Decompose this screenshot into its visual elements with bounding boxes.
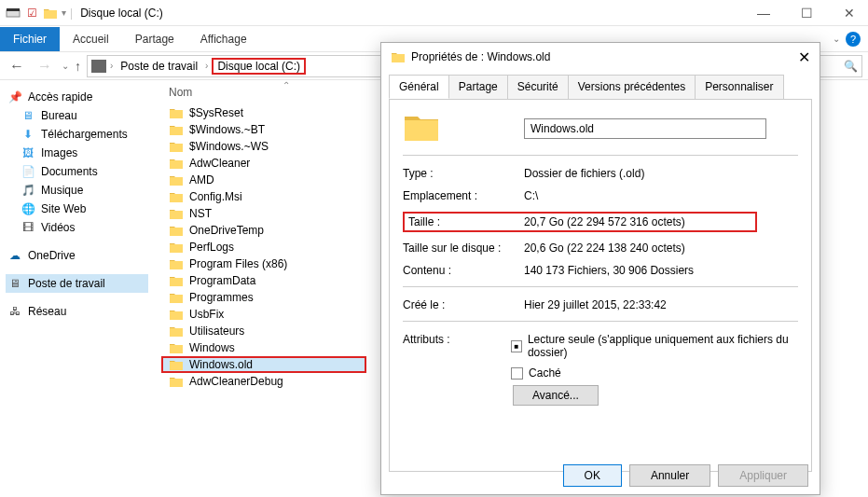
value-size: 20,7 Go (22 294 572 316 octets) xyxy=(524,215,685,228)
folder-name: Windows.old xyxy=(189,358,253,371)
sidebar-videos[interactable]: 🎞Vidéos xyxy=(6,218,148,237)
folder-icon xyxy=(169,375,184,388)
value-created: Hier 29 juillet 2015, 22:33:42 xyxy=(524,298,667,311)
properties-icon[interactable]: ☑ xyxy=(24,6,39,21)
folder-icon xyxy=(169,106,184,119)
folder-name: AdwCleanerDebug xyxy=(189,375,283,388)
folder-icon xyxy=(169,291,184,304)
breadcrumb-thispc[interactable]: Poste de travail xyxy=(117,58,201,75)
folder-icon xyxy=(43,6,58,21)
sidebar-quickaccess[interactable]: 📌Accès rapide xyxy=(6,88,148,106)
desktop-icon: 🖥 xyxy=(21,109,35,122)
sidebar-desktop[interactable]: 🖥Bureau xyxy=(6,106,148,125)
folder-name: Program Files (x86) xyxy=(189,257,287,270)
folder-icon xyxy=(169,190,184,203)
value-location: C:\ xyxy=(524,189,538,202)
sidebar-pictures[interactable]: 🖼Images xyxy=(6,144,148,162)
window-controls: — ☐ ✕ xyxy=(751,6,862,21)
value-size-on-disk: 20,6 Go (22 224 138 240 octets) xyxy=(524,242,685,255)
forward-button[interactable]: → xyxy=(34,58,56,75)
folder-icon xyxy=(169,341,184,354)
sidebar-onedrive[interactable]: ☁OneDrive xyxy=(6,246,148,265)
folder-icon xyxy=(169,257,184,270)
dialog-tabs: Général Partage Sécurité Versions précéd… xyxy=(381,71,820,99)
help-icon[interactable]: ? xyxy=(846,32,861,47)
checkbox-icon xyxy=(511,340,522,352)
dialog-buttons: OK Annuler Appliquer xyxy=(563,464,808,487)
sidebar-music[interactable]: 🎵Musique xyxy=(6,181,148,200)
videos-icon: 🎞 xyxy=(21,221,35,234)
globe-icon: 🌐 xyxy=(21,202,35,215)
tab-customize[interactable]: Personnaliser xyxy=(695,75,783,99)
navigation-pane: 📌Accès rapide 🖥Bureau ⬇Téléchargements 🖼… xyxy=(0,80,154,497)
history-dropdown[interactable]: ⌄ xyxy=(62,61,69,71)
up-button[interactable]: ↑ xyxy=(75,59,81,74)
advanced-button[interactable]: Avancé... xyxy=(513,385,599,406)
window-title: Disque local (C:) xyxy=(80,7,163,20)
onedrive-icon: ☁ xyxy=(7,249,22,262)
folder-icon xyxy=(169,123,184,136)
folder-name: Config.Msi xyxy=(189,190,242,203)
tab-view[interactable]: Affichage xyxy=(187,27,260,51)
folder-name: $Windows.~WS xyxy=(189,140,269,153)
dialog-close-button[interactable]: ✕ xyxy=(798,48,810,66)
folder-icon xyxy=(169,140,184,153)
svg-rect-0 xyxy=(7,10,20,17)
properties-dialog: Propriétés de : Windows.old ✕ Général Pa… xyxy=(380,42,820,495)
chevron-right-icon[interactable]: › xyxy=(205,61,208,71)
folder-name-input[interactable] xyxy=(524,118,766,139)
pictures-icon: 🖼 xyxy=(21,146,35,159)
ribbon-expand-icon[interactable]: ⌄ xyxy=(833,34,840,44)
label-created: Créé le : xyxy=(403,298,524,311)
chevron-right-icon[interactable]: › xyxy=(110,61,113,71)
qa-dropdown-icon[interactable]: ▾ xyxy=(62,7,66,18)
checkbox-hidden[interactable]: Caché xyxy=(511,366,798,380)
sort-indicator-icon: ⌃ xyxy=(282,80,290,90)
size-highlight: Taille :20,7 Go (22 294 572 316 octets) xyxy=(403,212,757,232)
drive-breadcrumb-icon xyxy=(91,60,106,73)
ok-button[interactable]: OK xyxy=(563,464,622,487)
folder-name: OneDriveTemp xyxy=(189,224,264,237)
drive-icon xyxy=(6,6,21,21)
checkbox-readonly[interactable]: Lecture seule (s'applique uniquement aux… xyxy=(511,333,798,359)
folder-name: $SysReset xyxy=(189,106,243,119)
folder-name: Programmes xyxy=(189,291,254,304)
folder-name: $Windows.~BT xyxy=(189,123,265,136)
folder-name: NST xyxy=(189,207,212,220)
dialog-title: Propriétés de : Windows.old xyxy=(411,50,550,63)
minimize-button[interactable]: — xyxy=(751,6,777,21)
folder-row[interactable]: Windows.old xyxy=(161,356,366,373)
folder-icon xyxy=(391,50,406,63)
folder-name: AMD xyxy=(189,173,214,186)
sidebar-network[interactable]: 🖧Réseau xyxy=(6,302,148,321)
folder-name: PerfLogs xyxy=(189,241,234,254)
sidebar-siteweb[interactable]: 🌐Site Web xyxy=(6,200,148,218)
back-button[interactable]: ← xyxy=(6,58,28,75)
tab-previous-versions[interactable]: Versions précédentes xyxy=(568,75,696,99)
sidebar-documents[interactable]: 📄Documents xyxy=(6,162,148,181)
folder-icon xyxy=(169,274,184,287)
maximize-button[interactable]: ☐ xyxy=(793,6,820,21)
tab-security[interactable]: Sécurité xyxy=(507,75,569,99)
apply-button[interactable]: Appliquer xyxy=(718,464,808,487)
download-icon: ⬇ xyxy=(21,128,35,141)
tab-file[interactable]: Fichier xyxy=(0,27,60,51)
breadcrumb-drive[interactable]: Disque local (C:) xyxy=(212,58,306,75)
quick-access-toolbar: ☑ ▾ | xyxy=(6,6,73,21)
folder-large-icon xyxy=(403,111,524,145)
value-type: Dossier de fichiers (.old) xyxy=(524,167,644,180)
tab-share[interactable]: Partage xyxy=(122,27,187,51)
sidebar-downloads[interactable]: ⬇Téléchargements xyxy=(6,125,148,144)
sidebar-thispc[interactable]: 🖥Poste de travail xyxy=(6,274,148,293)
tab-general[interactable]: Général xyxy=(389,75,449,99)
folder-name: AdwCleaner xyxy=(189,157,250,170)
folder-icon xyxy=(169,157,184,170)
label-attributes: Attributs : xyxy=(403,333,511,346)
tab-sharing[interactable]: Partage xyxy=(448,75,508,99)
music-icon: 🎵 xyxy=(21,184,35,197)
folder-name: ProgramData xyxy=(189,274,255,287)
cancel-button[interactable]: Annuler xyxy=(629,464,710,487)
folder-icon xyxy=(169,324,184,338)
tab-home[interactable]: Accueil xyxy=(60,27,122,51)
close-button[interactable]: ✕ xyxy=(836,6,862,21)
